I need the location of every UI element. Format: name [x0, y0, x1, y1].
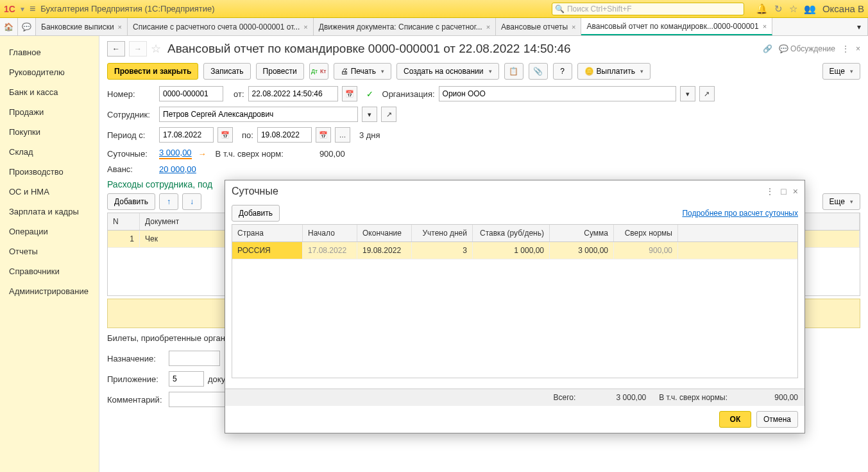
sidebar-item-assets[interactable]: ОС и НМА	[0, 182, 99, 202]
col-over[interactable]: Сверх нормы	[614, 225, 678, 241]
arrow-icon: →	[198, 149, 207, 159]
sidebar-item-warehouse[interactable]: Склад	[0, 142, 99, 162]
tab-3[interactable]: Авансовые отчеты×	[496, 18, 581, 35]
nav-forward-button[interactable]: →	[129, 41, 147, 57]
tab-2[interactable]: Движения документа: Списание с расчетног…	[314, 18, 496, 35]
search-icon: 🔍	[555, 4, 565, 13]
ellipsis-button[interactable]: …	[335, 127, 350, 143]
close-icon[interactable]: ×	[303, 23, 307, 31]
tab-0[interactable]: Банковские выписки×	[36, 18, 128, 35]
kebab-icon[interactable]: ⋮	[765, 186, 774, 197]
home-tab[interactable]: 🏠	[0, 18, 18, 35]
dt-kt-button[interactable]: ДтКт	[309, 63, 328, 80]
open-icon[interactable]: ↗	[381, 107, 396, 122]
col-n[interactable]: N	[108, 213, 140, 230]
close-icon[interactable]: ×	[486, 23, 490, 31]
perdiem-popup: Суточные ⋮ □ × Добавить Подробнее про ра…	[225, 180, 805, 433]
save-button[interactable]: Записать	[203, 63, 250, 80]
col-sum[interactable]: Сумма	[550, 225, 614, 241]
col-start[interactable]: Начало	[303, 225, 357, 241]
nav-back-button[interactable]: ←	[107, 41, 125, 57]
sidebar-item-payroll[interactable]: Зарплата и кадры	[0, 202, 99, 222]
sidebar-item-production[interactable]: Производство	[0, 162, 99, 182]
move-up-button[interactable]: ↑	[159, 193, 178, 210]
col-days[interactable]: Учтено дней	[412, 225, 473, 241]
sidebar-item-catalogs[interactable]: Справочники	[0, 261, 99, 281]
pay-button[interactable]: 🪙 Выплатить	[577, 63, 651, 80]
sidebar-item-main[interactable]: Главное	[0, 42, 99, 62]
calendar-icon[interactable]: 📅	[316, 127, 331, 143]
table-row[interactable]: РОССИЯ 17.08.2022 19.08.2022 3 1 000,00 …	[232, 242, 797, 259]
number-input[interactable]	[159, 86, 223, 101]
chat-tab[interactable]: 💬	[18, 18, 36, 35]
tabbar: 🏠 💬 Банковские выписки× Списание с расче…	[0, 18, 868, 36]
col-country[interactable]: Страна	[232, 225, 303, 241]
employee-label: Сотрудник:	[107, 110, 155, 119]
print-button[interactable]: 🖨 Печать	[334, 63, 391, 80]
move-down-button[interactable]: ↓	[182, 193, 201, 210]
period-from-label: Период с:	[107, 130, 155, 140]
close-icon[interactable]: ×	[763, 22, 767, 30]
popup-table: Страна Начало Окончание Учтено дней Став…	[232, 224, 798, 378]
over-value: 900,00	[319, 149, 345, 159]
employee-input[interactable]	[159, 107, 358, 122]
history-icon[interactable]: ↻	[774, 3, 783, 15]
sidebar-item-reports[interactable]: Отчеты	[0, 241, 99, 261]
org-input[interactable]	[439, 86, 676, 101]
close-icon[interactable]: ×	[572, 23, 575, 31]
advance-link[interactable]: 20 000,00	[159, 164, 196, 174]
calendar-icon[interactable]: 📅	[342, 86, 357, 101]
add-button[interactable]: Добавить	[107, 193, 155, 210]
date-input[interactable]	[248, 86, 338, 101]
search-input[interactable]: 🔍 Поиск Ctrl+Shift+F	[552, 3, 744, 15]
sidebar-item-purchases[interactable]: Покупки	[0, 122, 99, 142]
sidebar-item-sales[interactable]: Продажи	[0, 102, 99, 122]
more-button[interactable]: Еще	[822, 63, 860, 80]
user-name[interactable]: Оксана В	[822, 3, 864, 14]
more-button[interactable]: Еще	[822, 193, 860, 210]
dropdown-icon[interactable]: ▾	[680, 86, 695, 101]
more-info-link[interactable]: Подробнее про расчет суточных	[682, 209, 798, 218]
attach-button[interactable]: 📎	[529, 63, 548, 80]
col-end[interactable]: Окончание	[357, 225, 412, 241]
star-icon[interactable]: ☆	[789, 3, 797, 15]
docs-count-input[interactable]	[169, 371, 204, 387]
dropdown-icon[interactable]: ▾	[362, 107, 377, 122]
perdiem-link[interactable]: 3 000,00	[159, 148, 192, 159]
sidebar-item-operations[interactable]: Операции	[0, 222, 99, 241]
post-close-button[interactable]: Провести и закрыть	[107, 63, 198, 80]
tab-menu[interactable]: ▾	[850, 18, 868, 35]
create-based-button[interactable]: Создать на основании	[396, 63, 499, 80]
close-icon[interactable]: ×	[856, 44, 860, 53]
ok-button[interactable]: ОК	[719, 411, 751, 428]
sidebar-item-bank[interactable]: Банк и касса	[0, 82, 99, 102]
open-icon[interactable]: ↗	[699, 86, 715, 101]
topbar: 1C ▾ ≡ Бухгалтерия Предприятия (1С:Предп…	[0, 0, 868, 18]
register-button[interactable]: 📋	[504, 63, 523, 80]
purpose-input[interactable]	[169, 351, 220, 366]
star-icon[interactable]: ☆	[151, 42, 161, 56]
period-to-input[interactable]	[257, 127, 312, 143]
sidebar-item-manager[interactable]: Руководителю	[0, 62, 99, 82]
kebab-icon[interactable]: ⋮	[842, 44, 849, 53]
users-icon[interactable]: 👥	[804, 3, 816, 15]
maximize-icon[interactable]: □	[781, 186, 786, 197]
bell-icon[interactable]: 🔔	[756, 3, 768, 15]
close-icon[interactable]: ×	[793, 186, 798, 197]
discuss-button[interactable]: 💬 Обсуждение	[779, 44, 835, 53]
popup-add-button[interactable]: Добавить	[232, 205, 280, 222]
post-button[interactable]: Провести	[256, 63, 304, 80]
sidebar-item-admin[interactable]: Администрирование	[0, 281, 99, 301]
comment-label: Комментарий:	[107, 395, 165, 405]
col-rate[interactable]: Ставка (руб/день)	[473, 225, 550, 241]
calendar-icon[interactable]: 📅	[217, 127, 233, 143]
dropdown-icon[interactable]: ▾	[21, 4, 24, 13]
tab-4[interactable]: Авансовый отчет по командировк...0000-00…	[581, 18, 772, 35]
hamburger-icon[interactable]: ≡	[30, 3, 35, 15]
period-from-input[interactable]	[159, 127, 214, 143]
link-icon[interactable]: 🔗	[763, 44, 772, 53]
cancel-button[interactable]: Отмена	[756, 411, 798, 428]
close-icon[interactable]: ×	[118, 23, 122, 31]
help-button[interactable]: ?	[553, 63, 572, 80]
tab-1[interactable]: Списание с расчетного счета 0000-000001 …	[128, 18, 314, 35]
